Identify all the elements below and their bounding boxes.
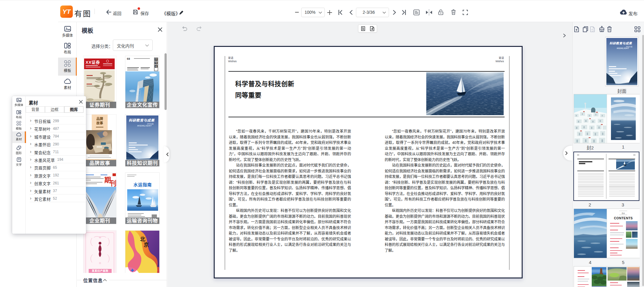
- svg-text:北: 北: [140, 236, 145, 242]
- svg-text:京: 京: [144, 242, 149, 248]
